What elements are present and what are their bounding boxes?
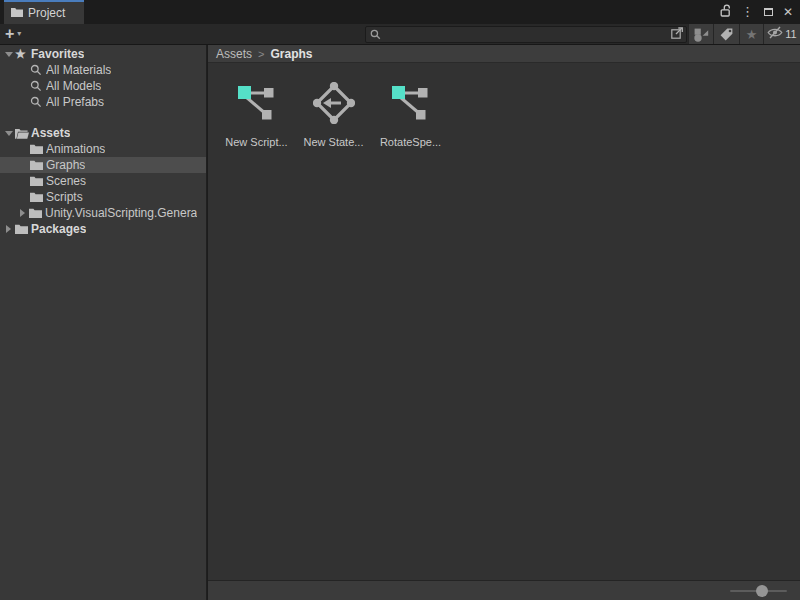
asset-label: New Script... <box>225 136 287 148</box>
asset-item-new-script[interactable]: New Script... <box>218 83 295 148</box>
folder-icon <box>29 208 45 218</box>
open-search-window-icon[interactable] <box>670 26 684 44</box>
tab-bar: Project ⋮ ✕ <box>0 0 800 24</box>
search-icon <box>30 96 46 108</box>
breadcrumb-separator-icon: > <box>258 48 264 60</box>
foldout-arrow-icon[interactable] <box>2 52 15 57</box>
sidebar-item-scenes[interactable]: Scenes <box>0 173 206 189</box>
breadcrumb-graphs[interactable]: Graphs <box>270 47 312 61</box>
star-icon: ★ <box>746 28 758 41</box>
slider-handle[interactable] <box>756 585 768 597</box>
script-graph-icon <box>235 83 279 123</box>
sidebar-item-favorites[interactable]: ★ Favorites <box>0 46 206 62</box>
toolbar-buttons: ★ 11 <box>688 24 800 44</box>
folder-icon <box>30 192 46 202</box>
sidebar-item-packages[interactable]: Packages <box>0 221 206 237</box>
sidebar-item-animations[interactable]: Animations <box>0 141 206 157</box>
folder-icon <box>30 144 46 154</box>
asset-grid: New Script... New State... <box>208 63 800 148</box>
search-icon <box>370 26 381 44</box>
hidden-items-button[interactable]: 11 <box>763 24 800 44</box>
sidebar-item-assets[interactable]: Assets <box>0 125 206 141</box>
search-input[interactable] <box>381 28 670 41</box>
icon-size-slider[interactable] <box>730 590 787 592</box>
asset-item-rotatespeed[interactable]: RotateSpe... <box>372 83 449 148</box>
search-icon <box>30 64 46 76</box>
sidebar-item-all-materials[interactable]: All Materials <box>0 62 206 78</box>
filter-by-label-button[interactable] <box>713 24 739 44</box>
save-search-button[interactable]: ★ <box>739 24 763 44</box>
tab-label: Project <box>28 6 65 20</box>
tree-section-spacer <box>0 110 206 125</box>
folder-icon <box>30 176 46 186</box>
breadcrumb: Assets > Graphs <box>208 45 800 63</box>
foldout-arrow-icon[interactable] <box>16 209 29 217</box>
tab-project[interactable]: Project <box>4 0 84 24</box>
close-icon[interactable]: ✕ <box>783 6 793 18</box>
filter-by-type-button[interactable] <box>688 24 713 44</box>
asset-label: RotateSpe... <box>380 136 441 148</box>
maximize-icon[interactable] <box>764 8 773 16</box>
folder-icon <box>30 160 46 170</box>
sidebar-item-all-models[interactable]: All Models <box>0 78 206 94</box>
sidebar-item-scripts[interactable]: Scripts <box>0 189 206 205</box>
folder-icon <box>15 224 31 234</box>
plus-icon: + <box>5 26 14 42</box>
status-bar <box>208 580 800 600</box>
star-icon: ★ <box>15 48 31 60</box>
hidden-count: 11 <box>785 28 796 40</box>
asset-label: New State... <box>304 136 364 148</box>
breadcrumb-assets[interactable]: Assets <box>216 47 252 61</box>
foldout-arrow-icon[interactable] <box>2 131 15 136</box>
project-toolbar: + ▾ <box>0 24 800 45</box>
foldout-arrow-icon[interactable] <box>2 225 15 233</box>
sidebar-item-graphs[interactable]: Graphs <box>0 157 206 173</box>
project-folder-tree: ★ Favorites All Materials All Models All… <box>0 45 207 600</box>
unlock-icon[interactable] <box>720 3 731 21</box>
sidebar-item-unity-visualscripting-generated[interactable]: Unity.VisualScripting.Genera <box>0 205 206 221</box>
eye-slash-icon <box>767 25 783 43</box>
sidebar-item-all-prefabs[interactable]: All Prefabs <box>0 94 206 110</box>
state-graph-icon <box>312 83 356 123</box>
chevron-down-icon: ▾ <box>17 30 21 38</box>
folder-open-icon <box>15 128 31 139</box>
asset-grid-area[interactable]: New Script... New State... <box>208 63 800 580</box>
add-asset-button[interactable]: + ▾ <box>5 24 21 44</box>
asset-item-new-state[interactable]: New State... <box>295 83 372 148</box>
window-controls: ⋮ ✕ <box>720 0 793 24</box>
search-icon <box>30 80 46 92</box>
script-graph-icon <box>389 83 433 123</box>
folder-icon <box>11 6 23 20</box>
kebab-menu-icon[interactable]: ⋮ <box>741 6 754 18</box>
search-field[interactable] <box>365 26 687 43</box>
